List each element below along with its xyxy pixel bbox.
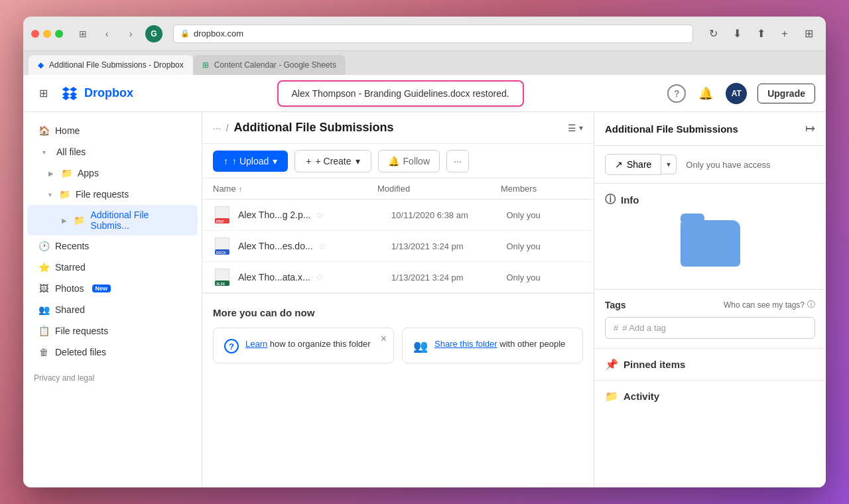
share-folder-link[interactable]: Share this folder [434, 339, 497, 349]
fullscreen-button[interactable] [55, 30, 63, 38]
card-learn[interactable]: ? Learn how to organize this folder × [213, 328, 394, 363]
sidebar-privacy-legal[interactable]: Privacy and legal [23, 363, 202, 393]
file-name-text-2: Alex Tho...es.do... [238, 241, 313, 251]
star-icon-3[interactable]: ☆ [316, 272, 324, 283]
tabbar: ◆ Additional File Submissions - Dropbox … [23, 51, 826, 75]
share-text: with other people [497, 339, 566, 349]
back-button[interactable]: ‹ [98, 25, 116, 43]
upload-button[interactable]: ↑ ↑ Upload ▾ [213, 151, 288, 172]
help-button[interactable]: ? [667, 84, 686, 103]
tag-hash-icon: # [614, 323, 618, 333]
deleted-icon: 🗑 [38, 346, 50, 358]
traffic-lights [31, 30, 63, 38]
breadcrumb-dots[interactable]: ··· [213, 123, 221, 133]
user-avatar[interactable]: AT [726, 83, 747, 104]
upgrade-button[interactable]: Upgrade [757, 84, 815, 103]
file-list: Name ↑ Modified Members [202, 178, 594, 487]
tab-dropbox[interactable]: ◆ Additional File Submissions - Dropbox [29, 55, 193, 75]
follow-button[interactable]: 🔔 Follow [378, 150, 440, 172]
list-view-icon: ☰ [568, 123, 576, 133]
recents-icon: 🕐 [38, 240, 50, 252]
file-members-2: Only you [506, 241, 583, 251]
download-button[interactable]: ⬇ [728, 25, 746, 43]
card-share[interactable]: 👥 Share this folder with other people [402, 328, 583, 363]
follow-label: Follow [403, 156, 430, 166]
new-tab-button[interactable]: + [775, 25, 794, 43]
right-panel-header: Additional File Submissions ↦ [594, 112, 826, 146]
activity-icon: 📁 [605, 390, 618, 403]
upload-label: ↑ Upload [232, 156, 269, 166]
file-icon-xlsx: XLSX [213, 269, 231, 286]
table-row[interactable]: DOCX Alex Tho...es.do... ☆ 1/13/2021 3:2… [202, 231, 594, 262]
tag-input[interactable]: # # Add a tag [605, 317, 815, 339]
profile-circle[interactable]: G [145, 25, 163, 42]
sidebar-item-file-requests-main[interactable]: 📋 File requests [27, 320, 198, 342]
column-modified: Modified [377, 184, 501, 194]
sidebar-item-starred[interactable]: ⭐ Starred [27, 257, 198, 278]
url-bar[interactable]: 🔒 dropbox.com [173, 25, 693, 43]
info-section-title[interactable]: ⓘ Info [605, 193, 815, 207]
sidebar-item-shared[interactable]: 👥 Shared [27, 299, 198, 320]
toolbar-bar: ↑ ↑ Upload ▾ + + Create ▾ 🔔 Follow ·· [202, 144, 594, 178]
additional-folder-icon: 📁 [74, 214, 85, 226]
table-row[interactable]: XLSX Alex Tho...ata.x... ☆ 1/13/2021 3:2… [202, 262, 594, 293]
sidebar-item-all-files[interactable]: ▾ All files [27, 141, 198, 162]
card-close-button[interactable]: × [381, 334, 387, 344]
file-members-3: Only you [506, 273, 583, 283]
file-name-3: Alex Tho...ata.x... ☆ [238, 272, 391, 283]
additional-expand-icon: ▶ [62, 217, 67, 224]
share-card-text: Share this folder with other people [434, 338, 565, 351]
info-circle-icon: ⓘ [605, 193, 616, 207]
right-panel: Additional File Submissions ↦ ↗ Share ▾ … [594, 112, 826, 487]
apps-grid-icon[interactable]: ⊞ [34, 84, 52, 103]
right-panel-share: ↗ Share ▾ Only you have access [594, 146, 826, 184]
breadcrumb-bar: ··· / Additional File Submissions ☰ ▾ [202, 112, 594, 144]
pinned-items-section[interactable]: 📌 Pinned items [594, 349, 826, 381]
star-icon-2[interactable]: ☆ [318, 241, 327, 251]
sidebar-item-home[interactable]: 🏠 Home [27, 120, 198, 141]
notifications-button[interactable]: 🔔 [696, 84, 715, 103]
follow-bell-icon: 🔔 [388, 156, 399, 166]
share-nav-button[interactable]: ⬆ [751, 25, 770, 43]
create-button[interactable]: + + Create ▾ [294, 150, 371, 172]
extensions-button[interactable]: ⊞ [799, 25, 818, 43]
tag-placeholder: # Add a tag [622, 323, 666, 333]
activity-section[interactable]: 📁 Activity [594, 381, 826, 412]
file-icon-doc: DOCX [213, 237, 231, 255]
sidebar-item-apps[interactable]: ▶ 📁 Apps [27, 162, 198, 184]
file-list-header: Name ↑ Modified Members [202, 178, 594, 200]
pinned-items-label: Pinned items [623, 359, 685, 370]
home-icon: 🏠 [38, 125, 50, 137]
sidebar-item-file-requests[interactable]: ▾ 📁 File requests [27, 184, 198, 205]
info-label: Info [621, 194, 639, 206]
right-panel-title: Additional File Submissions [605, 123, 738, 135]
column-members-label: Members [501, 184, 537, 194]
forward-button[interactable]: › [121, 25, 140, 43]
tab-sheets[interactable]: ⊞ Content Calendar - Google Sheets [193, 55, 346, 75]
sidebar-item-label-starred: Starred [55, 262, 86, 273]
learn-link[interactable]: Learn [245, 339, 267, 349]
minimize-button[interactable] [43, 30, 51, 38]
more-options-button[interactable]: ··· [446, 150, 469, 172]
right-panel-close-button[interactable]: ↦ [805, 121, 815, 136]
star-icon-1[interactable]: ☆ [316, 210, 324, 220]
more-icon: ··· [454, 156, 462, 166]
reload-button[interactable]: ↻ [704, 25, 722, 43]
upload-chevron-icon: ▾ [273, 156, 277, 166]
close-button[interactable] [31, 30, 39, 38]
tags-help[interactable]: Who can see my tags? ⓘ [724, 299, 815, 310]
column-modified-label: Modified [377, 184, 410, 194]
pdf-icon: PDF [215, 206, 229, 223]
share-button[interactable]: ↗ Share [605, 154, 661, 175]
toast-text: Alex Thompson - Branding Guidelines.docx… [292, 88, 509, 99]
sidebar-item-deleted-files[interactable]: 🗑 Deleted files [27, 342, 198, 363]
table-row[interactable]: PDF Alex Tho...g 2.p... ☆ 10/11/2020 6:3… [202, 200, 594, 231]
sidebar-item-label-all-files: All files [56, 147, 86, 157]
sidebar-item-photos[interactable]: 🖼 Photos New [27, 278, 198, 299]
view-toggle[interactable]: ☰ ▾ [568, 123, 583, 133]
share-dropdown-button[interactable]: ▾ [661, 155, 677, 174]
tags-section: Tags Who can see my tags? ⓘ # # Add a ta… [594, 290, 826, 349]
sidebar-toggle-button[interactable]: ⊞ [74, 25, 92, 43]
sidebar-item-recents[interactable]: 🕐 Recents [27, 235, 198, 257]
sidebar-item-additional-file-submis[interactable]: ▶ 📁 Additional File Submis... [27, 205, 198, 235]
